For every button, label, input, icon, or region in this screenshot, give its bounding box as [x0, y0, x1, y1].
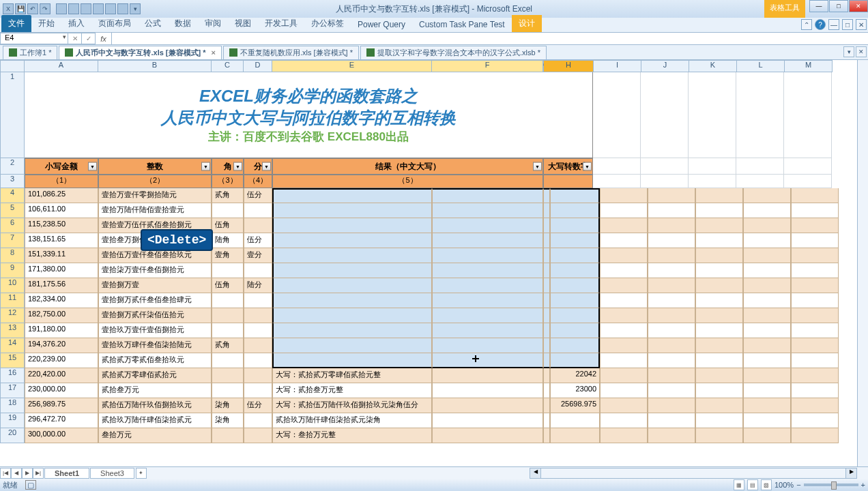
tab-insert[interactable]: 插入 [61, 15, 91, 32]
tab-data[interactable]: 数据 [168, 15, 198, 32]
cell[interactable] [600, 308, 648, 323]
column-header[interactable]: L [737, 60, 785, 72]
cell[interactable] [648, 188, 695, 203]
workbook-tab[interactable]: 不重复随机数应用.xls [兼容模式] * [223, 46, 359, 59]
cell[interactable]: 壹角 [212, 248, 244, 263]
column-header[interactable]: J [641, 60, 689, 72]
cell[interactable] [784, 175, 832, 188]
cell[interactable]: 181,175.56 [25, 278, 98, 293]
cell[interactable] [743, 278, 791, 293]
table-header[interactable]: 大写转数字▼ [543, 158, 593, 175]
cell[interactable] [550, 353, 600, 368]
cell[interactable] [600, 353, 648, 368]
cell[interactable] [648, 383, 695, 398]
cell[interactable] [593, 158, 641, 175]
horizontal-scrollbar[interactable]: ◀▶ [530, 468, 857, 479]
cell[interactable] [543, 368, 550, 383]
cell[interactable]: 陆分 [244, 278, 272, 293]
cell[interactable]: 壹分 [244, 248, 272, 263]
cell[interactable] [244, 293, 272, 308]
cell[interactable] [432, 383, 543, 398]
cell[interactable] [791, 188, 839, 203]
cell[interactable] [791, 323, 839, 338]
cell[interactable] [543, 278, 550, 293]
cell[interactable]: 191,180.00 [25, 323, 98, 338]
cell[interactable] [543, 308, 550, 323]
sheet-nav-prev-icon[interactable]: ◀ [11, 468, 22, 479]
formula-input[interactable] [112, 33, 868, 44]
cell[interactable]: 贰角 [212, 188, 244, 203]
cell[interactable] [695, 428, 743, 443]
cell[interactable] [244, 428, 272, 443]
cell[interactable] [543, 323, 550, 338]
cell[interactable] [212, 263, 244, 278]
cell[interactable] [743, 293, 791, 308]
cell[interactable] [244, 338, 272, 353]
row-header[interactable]: 3 [0, 175, 25, 188]
cell[interactable] [695, 323, 743, 338]
tab-review[interactable]: 审阅 [198, 15, 228, 32]
tab-close-icon[interactable]: × [212, 48, 216, 57]
cell[interactable] [550, 248, 600, 263]
cell[interactable] [272, 338, 432, 353]
cell[interactable] [272, 203, 432, 218]
row-header[interactable]: 9 [0, 263, 25, 278]
cell[interactable]: 大写：贰拾贰万零肆佰贰拾元整 [272, 368, 432, 383]
cell[interactable] [791, 368, 839, 383]
save-icon[interactable]: 💾 [15, 3, 26, 14]
fx-icon[interactable]: fx [96, 33, 112, 44]
cell[interactable] [600, 203, 648, 218]
cell[interactable] [695, 353, 743, 368]
cell[interactable] [600, 338, 648, 353]
cell[interactable] [272, 233, 432, 248]
cell[interactable] [695, 278, 743, 293]
cell[interactable] [641, 72, 689, 158]
cell[interactable] [543, 383, 550, 398]
cell[interactable]: 贰拾贰万零贰佰叁拾玖元 [98, 353, 212, 368]
cell[interactable] [432, 353, 543, 368]
cell[interactable] [695, 218, 743, 233]
cell[interactable] [743, 308, 791, 323]
cell[interactable] [641, 175, 689, 188]
cell[interactable] [600, 368, 648, 383]
cell[interactable]: 296,472.70 [25, 413, 98, 428]
tab-powerquery[interactable]: Power Query [351, 17, 412, 32]
cell[interactable]: 151,339.11 [25, 248, 98, 263]
cell[interactable] [743, 338, 791, 353]
table-subheader[interactable]: （1） [25, 175, 98, 188]
cell[interactable] [272, 353, 432, 368]
table-header[interactable]: 角▼ [212, 158, 244, 175]
cell[interactable] [600, 248, 648, 263]
table-header[interactable]: 结果（中文大写）▼ [272, 158, 543, 175]
cell[interactable] [550, 338, 600, 353]
cell[interactable]: 贰角 [212, 338, 244, 353]
zoom-slider[interactable] [804, 483, 858, 486]
workbook-tab[interactable]: 人民币中文与数字互转.xls [兼容模式] *× [59, 46, 222, 59]
cell[interactable] [272, 278, 432, 293]
vertical-scrollbar[interactable] [857, 60, 868, 466]
sheet-tab[interactable]: Sheet1 [44, 468, 89, 479]
cell[interactable]: 23000 [550, 383, 600, 398]
cell[interactable] [784, 158, 832, 175]
column-header[interactable]: F [432, 60, 543, 72]
cell[interactable] [695, 188, 743, 203]
cell[interactable]: 壹拾玖万壹仟壹佰捌拾元 [98, 323, 212, 338]
cell[interactable] [272, 308, 432, 323]
cell[interactable]: 大写：贰拾伍万陆仟玖佰捌拾玖元柒角伍分 [272, 398, 432, 413]
qat-icon[interactable] [117, 3, 128, 14]
row-header[interactable]: 11 [0, 293, 25, 308]
cell[interactable]: 壹拾捌万壹 [98, 278, 212, 293]
cell[interactable] [550, 278, 600, 293]
cell[interactable] [743, 368, 791, 383]
cell[interactable]: 柒角 [212, 398, 244, 413]
sheet-nav-next-icon[interactable]: ▶ [22, 468, 33, 479]
cell[interactable] [432, 308, 543, 323]
table-header[interactable]: 分▼ [244, 158, 272, 175]
cell[interactable]: 伍分 [244, 188, 272, 203]
cell[interactable] [648, 323, 695, 338]
cell[interactable] [743, 428, 791, 443]
table-header[interactable]: 小写金额▼ [25, 158, 98, 175]
cell[interactable]: 贰拾贰万零肆佰贰拾元 [98, 368, 212, 383]
cell[interactable] [432, 263, 543, 278]
view-pagebreak-icon[interactable]: ▧ [761, 479, 772, 490]
